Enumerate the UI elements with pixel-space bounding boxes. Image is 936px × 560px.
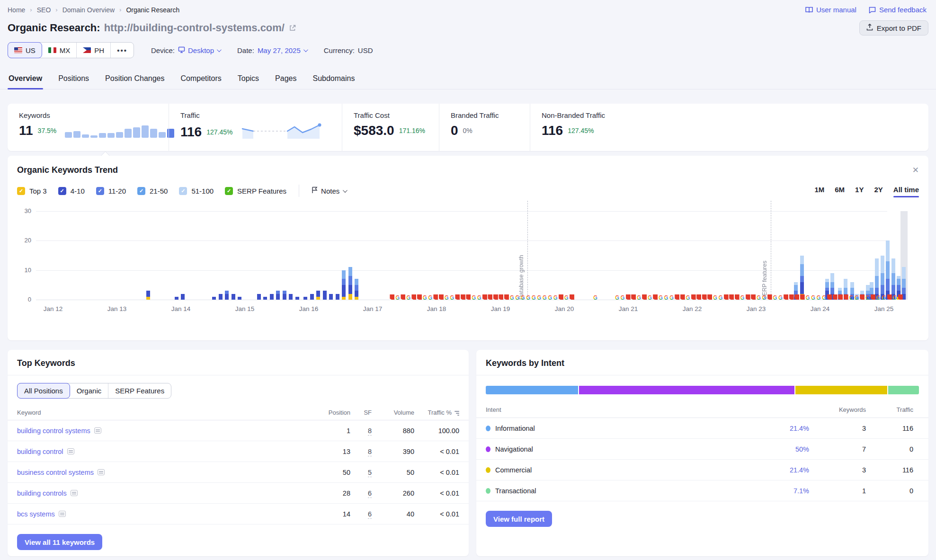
breadcrumb-item[interactable]: Domain Overview (62, 6, 115, 14)
ranking-note-flag-icon[interactable] (691, 294, 696, 300)
ranking-note-flag-icon[interactable] (729, 294, 734, 300)
ranking-note-flag-icon[interactable] (499, 294, 503, 300)
ranking-note-flag-icon[interactable] (680, 294, 685, 300)
google-update-icon[interactable]: G (669, 295, 674, 301)
more-countries-button[interactable]: ••• (111, 43, 134, 58)
google-update-icon[interactable]: G (620, 295, 624, 301)
sf-link[interactable]: 8 (368, 427, 372, 436)
ranking-note-flag-icon[interactable] (838, 294, 843, 300)
filter-organic[interactable]: Organic (70, 383, 109, 398)
google-update-icon[interactable]: G (537, 295, 541, 301)
intent-segment-commercial[interactable] (795, 386, 888, 394)
ranking-note-flag-icon[interactable] (784, 294, 788, 300)
col-sf[interactable]: SF (350, 409, 372, 416)
ranking-note-flag-icon[interactable] (559, 294, 563, 300)
trend-bar[interactable] (329, 294, 333, 300)
google-update-icon[interactable]: G (637, 295, 641, 301)
google-update-icon[interactable]: G (865, 295, 870, 301)
trend-bar[interactable] (336, 294, 339, 300)
ranking-note-flag-icon[interactable] (461, 294, 465, 300)
trend-bar[interactable] (263, 297, 267, 300)
col-keyword[interactable]: Keyword (17, 409, 308, 416)
google-update-icon[interactable]: G (564, 295, 568, 301)
keyword-link[interactable]: bcs systems (17, 510, 308, 518)
trend-bar[interactable] (310, 294, 314, 300)
tab-position-changes[interactable]: Position Changes (104, 71, 165, 89)
view-all-keywords-button[interactable]: View all 11 keywords (17, 534, 102, 550)
trend-bar[interactable] (355, 279, 358, 300)
google-update-icon[interactable]: G (520, 295, 525, 301)
metric-non-branded-traffic[interactable]: Non-Branded Traffic 116 127.45% (530, 104, 928, 151)
range-all-time[interactable]: All time (893, 186, 919, 196)
google-update-icon[interactable]: G (542, 295, 546, 301)
trend-bar[interactable] (181, 294, 185, 300)
user-manual-link[interactable]: User manual (805, 6, 856, 14)
ranking-note-flag-icon[interactable] (751, 294, 756, 300)
google-update-icon[interactable]: G (422, 295, 427, 301)
ranking-note-flag-icon[interactable] (675, 294, 679, 300)
country-ph[interactable]: PH (77, 43, 111, 58)
trend-bar[interactable] (342, 270, 346, 300)
ranking-note-flag-icon[interactable] (390, 294, 394, 300)
keyword-link[interactable]: building control (17, 448, 308, 455)
ranking-note-flag-icon[interactable] (887, 294, 892, 300)
trend-bar[interactable] (348, 267, 352, 300)
ranking-note-flag-icon[interactable] (570, 294, 574, 300)
col-traffic[interactable]: Traffic % (414, 409, 459, 416)
google-update-icon[interactable]: G (395, 295, 400, 301)
ranking-note-flag-icon[interactable] (401, 294, 405, 300)
ranking-note-flag-icon[interactable] (417, 294, 422, 300)
ranking-note-flag-icon[interactable] (631, 294, 636, 300)
trend-bar[interactable] (881, 256, 884, 300)
google-update-icon[interactable]: G (805, 295, 810, 301)
range-1m[interactable]: 1M (814, 186, 824, 196)
sf-link[interactable]: 6 (368, 510, 372, 519)
serp-preview-icon[interactable] (94, 427, 101, 434)
ranking-note-flag-icon[interactable] (898, 294, 903, 300)
metric-traffic-cost[interactable]: Traffic Cost $583.0 171.16% (342, 104, 439, 151)
keyword-link[interactable]: building control systems (17, 427, 308, 435)
sf-link[interactable]: 8 (368, 448, 372, 456)
intent-percent-link[interactable]: 7.1% (793, 487, 809, 495)
filter-serp-features[interactable]: SERP Features (108, 383, 171, 398)
keyword-link[interactable]: building controls (17, 489, 308, 497)
google-update-icon[interactable]: G (762, 295, 766, 301)
google-update-icon[interactable]: G (509, 295, 514, 301)
google-update-icon[interactable]: G (892, 295, 897, 301)
ranking-note-flag-icon[interactable] (642, 294, 647, 300)
breadcrumb-item[interactable]: SEO (37, 6, 51, 14)
ranking-note-flag-icon[interactable] (724, 294, 729, 300)
tab-topics[interactable]: Topics (237, 71, 260, 89)
ranking-note-flag-icon[interactable] (800, 294, 805, 300)
google-update-icon[interactable]: G (472, 295, 476, 301)
ranking-note-flag-icon[interactable] (455, 294, 460, 300)
google-update-icon[interactable]: G (713, 295, 717, 301)
trend-bar[interactable] (289, 294, 293, 300)
trend-bar[interactable] (276, 291, 280, 300)
ranking-note-flag-icon[interactable] (493, 294, 498, 300)
google-update-icon[interactable]: G (526, 295, 530, 301)
google-update-icon[interactable]: G (664, 295, 668, 301)
export-to-pdf-button[interactable]: Export to PDF (859, 20, 928, 36)
google-update-icon[interactable]: G (740, 295, 744, 301)
ranking-note-flag-icon[interactable] (735, 294, 740, 300)
serp-preview-icon[interactable] (71, 490, 78, 496)
ranking-note-flag-icon[interactable] (466, 294, 471, 300)
google-update-icon[interactable]: G (428, 295, 432, 301)
trend-bar[interactable] (225, 291, 229, 300)
trend-bar[interactable] (303, 297, 307, 300)
intent-segment-navigational[interactable] (579, 386, 794, 394)
serp-preview-icon[interactable] (98, 469, 105, 475)
google-update-icon[interactable]: G (773, 295, 777, 301)
ranking-note-flag-icon[interactable] (488, 294, 492, 300)
ranking-note-flag-icon[interactable] (871, 294, 875, 300)
metric-keywords[interactable]: Keywords 11 37.5% (8, 104, 169, 151)
google-update-icon[interactable]: G (816, 295, 820, 301)
trend-bar[interactable] (175, 297, 178, 300)
trend-bar[interactable] (232, 294, 235, 300)
google-update-icon[interactable]: G (686, 295, 690, 301)
notes-dropdown[interactable]: Notes (312, 187, 346, 195)
view-full-report-button[interactable]: View full report (486, 511, 552, 527)
legend-top-3[interactable]: ✓Top 3 (17, 187, 47, 195)
google-update-icon[interactable]: G (648, 295, 652, 301)
